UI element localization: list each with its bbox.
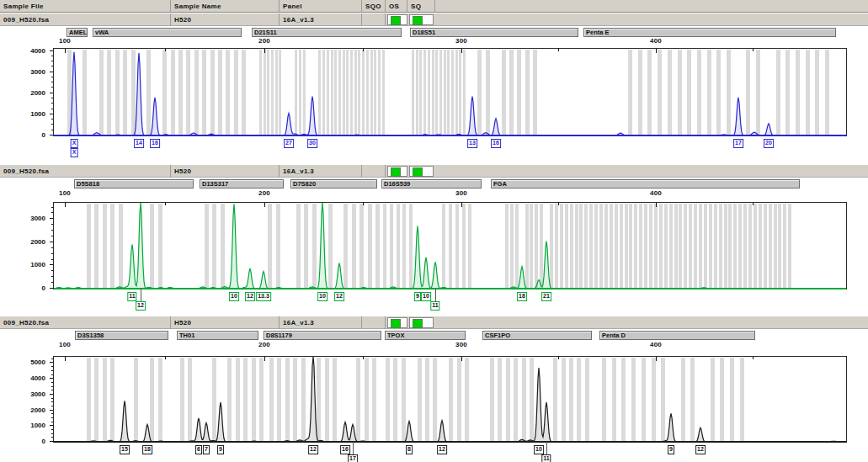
allele-label[interactable]: 14 bbox=[134, 139, 144, 148]
allele-label[interactable]: 6 bbox=[195, 445, 202, 454]
allele-label[interactable]: 7 bbox=[203, 445, 210, 454]
allele-label[interactable]: 16 bbox=[150, 139, 160, 148]
x-axis-tick-label: 300 bbox=[455, 189, 467, 197]
y-axis-minor-tick bbox=[51, 390, 53, 390]
column-header-sqo[interactable]: SQO bbox=[362, 0, 386, 13]
y-axis-major-tick bbox=[50, 114, 53, 114]
column-header-sample-file[interactable]: Sample File bbox=[0, 0, 171, 13]
y-axis-minor-tick bbox=[51, 370, 53, 371]
y-axis-major-tick bbox=[50, 218, 53, 219]
allele-label[interactable]: 17 bbox=[733, 139, 743, 148]
allele-label[interactable]: X bbox=[71, 139, 78, 148]
allele-label[interactable]: 10 bbox=[229, 292, 239, 301]
allele-label[interactable]: 30 bbox=[307, 139, 317, 148]
y-axis-minor-tick bbox=[51, 276, 53, 277]
allele-label[interactable]: 8 bbox=[406, 445, 413, 454]
allele-label[interactable]: 20 bbox=[764, 139, 774, 148]
marker-bar-penta-e: Penta E bbox=[583, 28, 836, 37]
sample-info-row[interactable]: 009_H520.fsa H520 16A_v1.3 bbox=[0, 316, 868, 329]
sample-file-cell[interactable]: 009_H520.fsa bbox=[0, 316, 171, 329]
allele-label[interactable]: 17 bbox=[348, 454, 358, 462]
allele-label[interactable]: 15 bbox=[120, 445, 130, 454]
x-axis-minor-tick bbox=[363, 357, 364, 359]
panel-cell[interactable]: 16A_v1.3 bbox=[280, 316, 362, 329]
y-axis-major-tick bbox=[50, 410, 53, 411]
column-header-os[interactable]: OS bbox=[386, 0, 407, 13]
x-axis-tick-label: 400 bbox=[650, 341, 662, 348]
y-axis-minor-tick bbox=[51, 422, 53, 422]
y-axis-minor-tick bbox=[51, 66, 53, 66]
y-axis-minor-tick bbox=[51, 382, 53, 383]
electropherogram-plot[interactable] bbox=[53, 356, 847, 443]
y-axis-major-tick bbox=[50, 93, 53, 93]
trace-svg bbox=[54, 357, 846, 443]
allele-label[interactable]: 18 bbox=[142, 445, 152, 454]
allele-label[interactable]: 12 bbox=[695, 445, 706, 454]
marker-bar-penta-d: Penta D bbox=[599, 331, 755, 340]
sqo-cell[interactable] bbox=[362, 316, 386, 329]
y-axis-tick-label: 1000 bbox=[0, 261, 45, 268]
allele-label[interactable]: 11 bbox=[430, 301, 439, 311]
electropherogram-plot[interactable] bbox=[53, 48, 847, 136]
allele-label[interactable]: 12 bbox=[308, 445, 318, 454]
electropherogram-plot[interactable] bbox=[53, 202, 847, 289]
x-axis-minor-tick bbox=[753, 203, 754, 205]
sample-file-cell[interactable]: 009_H520.fsa bbox=[0, 13, 171, 26]
allele-label[interactable]: 12 bbox=[437, 445, 447, 454]
allele-label[interactable]: 11 bbox=[541, 454, 551, 462]
panel-cell[interactable]: 16A_v1.3 bbox=[280, 165, 362, 178]
allele-label[interactable]: 16 bbox=[340, 445, 350, 454]
allele-label[interactable]: 10 bbox=[421, 292, 431, 301]
allele-label[interactable]: 18 bbox=[517, 292, 527, 301]
allele-label[interactable]: 9 bbox=[217, 445, 224, 454]
sq-indicator-cell bbox=[409, 317, 434, 328]
sample-file-cell[interactable]: 009_H520.fsa bbox=[0, 165, 171, 178]
allele-label[interactable]: 16 bbox=[491, 139, 501, 148]
y-axis-minor-tick bbox=[51, 77, 53, 77]
y-axis-tick-label: 1000 bbox=[0, 422, 45, 429]
allele-label[interactable]: 27 bbox=[284, 139, 294, 148]
allele-label[interactable]: 12 bbox=[136, 301, 146, 311]
sq-pass-indicator bbox=[413, 167, 423, 177]
sqo-cell[interactable] bbox=[362, 13, 386, 26]
marker-bar-d5s818: D5S818 bbox=[74, 179, 194, 189]
sample-info-row[interactable]: 009_H520.fsa H520 16A_v1.3 bbox=[0, 13, 868, 26]
x-axis-major-tick bbox=[264, 357, 265, 361]
column-header-sample-name[interactable]: Sample Name bbox=[171, 0, 280, 13]
sample-name-cell[interactable]: H520 bbox=[171, 316, 280, 329]
sqo-cell[interactable] bbox=[362, 165, 386, 178]
allele-label[interactable]: 10 bbox=[534, 445, 544, 454]
column-header-panel[interactable]: Panel bbox=[280, 0, 362, 13]
y-axis-major-tick bbox=[50, 378, 53, 379]
allele-label[interactable]: 12 bbox=[245, 292, 255, 301]
column-header-sq[interactable]: SQ bbox=[407, 0, 435, 13]
y-axis-minor-tick bbox=[51, 230, 53, 231]
marker-bar-fga: FGA bbox=[491, 179, 800, 189]
sq-indicator-cell bbox=[409, 14, 434, 25]
results-table-header: Sample File Sample Name Panel SQO OS SQ bbox=[0, 0, 868, 13]
allele-label[interactable]: 13 bbox=[467, 139, 477, 148]
panel-cell[interactable]: 16A_v1.3 bbox=[280, 13, 362, 26]
y-axis: 0100020003000 bbox=[0, 202, 53, 289]
allele-label[interactable]: 10 bbox=[317, 292, 327, 301]
y-axis-major-tick bbox=[50, 242, 53, 242]
x-axis-minor-tick bbox=[165, 203, 166, 205]
allele-label[interactable]: 13.3 bbox=[256, 292, 271, 301]
os-pass-indicator bbox=[391, 319, 401, 328]
marker-bar-amel: AMEL bbox=[67, 28, 88, 37]
x-axis-tick-label: 300 bbox=[455, 37, 467, 45]
sample-info-row[interactable]: 009_H520.fsa H520 16A_v1.3 bbox=[0, 165, 868, 178]
sample-name-cell[interactable]: H520 bbox=[171, 13, 280, 26]
allele-label[interactable]: 21 bbox=[541, 292, 551, 301]
x-axis-minor-tick bbox=[558, 357, 559, 359]
x-axis-major-tick bbox=[65, 49, 66, 53]
allele-label[interactable]: 9 bbox=[414, 292, 421, 301]
allele-label[interactable]: 11 bbox=[127, 292, 136, 301]
sample-name-cell[interactable]: H520 bbox=[171, 165, 280, 178]
os-pass-indicator bbox=[391, 16, 401, 25]
allele-label[interactable]: 12 bbox=[334, 292, 344, 301]
y-axis-minor-tick bbox=[51, 87, 53, 88]
allele-label[interactable]: 9 bbox=[668, 445, 674, 454]
allele-label[interactable]: X bbox=[71, 148, 78, 157]
marker-bar-d8s1179: D8S1179 bbox=[264, 331, 381, 340]
